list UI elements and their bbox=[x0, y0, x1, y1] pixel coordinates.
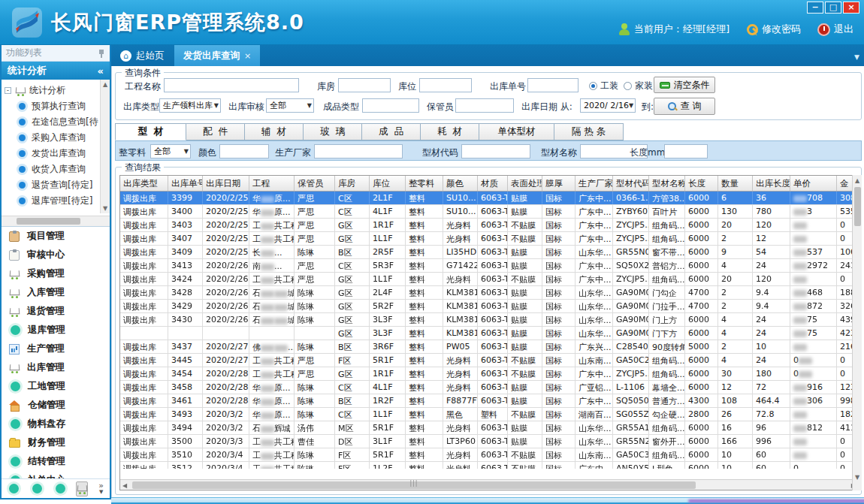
table-row[interactable]: 调拨出库34282020/2/26石城陈琳G区2L4F整料KLM38176063… bbox=[120, 286, 856, 300]
tree-vertical-scrollbar[interactable]: ▲ ▼ bbox=[100, 80, 110, 213]
location-input[interactable] bbox=[419, 78, 472, 92]
tab-close-icon[interactable]: × bbox=[244, 51, 251, 61]
sidebar-item-财务管理[interactable]: 财务管理 bbox=[2, 433, 110, 452]
sidebar-item-工地管理[interactable]: 工地管理 bbox=[2, 377, 110, 396]
column-header[interactable]: 出库单号 bbox=[168, 176, 203, 191]
column-header[interactable]: 出库类型 bbox=[120, 176, 168, 191]
column-header[interactable]: 表面处理 bbox=[508, 176, 542, 191]
tab-list-dropdown-icon[interactable]: ▼ bbox=[854, 53, 859, 61]
tree-item[interactable]: 退货查询[待定] bbox=[5, 177, 108, 193]
table-row[interactable]: 调拨出库34002020/2/25华原...严思C区4L1F整料SU10...6… bbox=[120, 205, 856, 219]
column-header[interactable]: 单价 bbox=[790, 176, 837, 191]
column-header[interactable]: 型材代码 bbox=[613, 176, 649, 191]
table-row[interactable]: 调拨出库34242020/2/26工共工程严思G区1L1F整料光身料6063-T… bbox=[120, 273, 856, 286]
grid-hscroll-thumb[interactable] bbox=[132, 481, 696, 489]
sidebar-item-物料盘存[interactable]: 物料盘存 bbox=[2, 415, 110, 433]
table-row[interactable]: 调拨出库34542020/2/28工共工程严思G区1R1F整料光身料6063-T… bbox=[120, 367, 856, 381]
minimize-button[interactable]: − bbox=[807, 2, 823, 14]
search-button[interactable]: 查 询 bbox=[654, 98, 715, 115]
table-row[interactable]: 调拨出库34582020/2/28华原...陈琳C区4L1F整料光身料6063-… bbox=[120, 381, 856, 394]
logout-button[interactable]: 退出 bbox=[817, 23, 853, 36]
table-row[interactable]: 调拨出库35002020/3/3工共工程曹佳D区3L1F整料LT3P606063… bbox=[120, 435, 856, 448]
column-header[interactable]: 颜色 bbox=[443, 176, 478, 191]
sidebar-item-退货管理[interactable]: 退货管理 bbox=[2, 302, 110, 321]
profile-code-input[interactable] bbox=[461, 144, 530, 158]
whole-piece-select[interactable]: 全部▼ bbox=[150, 144, 191, 158]
product-type-input[interactable] bbox=[362, 98, 419, 113]
tab-shipping-outbound-query[interactable]: 发货出库查询 × bbox=[174, 45, 260, 66]
circle-icon[interactable] bbox=[9, 484, 19, 493]
material-tab-3[interactable]: 辅 材 bbox=[245, 123, 304, 140]
column-header[interactable]: 库房 bbox=[335, 176, 370, 191]
column-header[interactable]: 出库长度 bbox=[753, 176, 790, 191]
radio-jiazhuang[interactable]: 家装 bbox=[624, 80, 653, 92]
section-header-stats[interactable]: 统计分析 « bbox=[2, 62, 110, 80]
collapse-icon[interactable]: « bbox=[98, 65, 104, 77]
table-row[interactable]: 调拨出库34302020/2/26石城陈琳G区3L3F整料KLM38176063… bbox=[120, 313, 856, 327]
table-row[interactable]: 调拨出库34612020/2/28华原...陈琳B区1R2F整料F8877FT6… bbox=[120, 394, 856, 408]
column-header[interactable]: 膜厚 bbox=[542, 176, 575, 191]
table-row[interactable]: 调拨出库34092020/2/25长...陈琳B区2R5F整料LI35HD606… bbox=[120, 246, 856, 259]
sidebar-item-退库管理[interactable]: 退库管理 bbox=[2, 321, 110, 340]
sidebar-item-仓储管理[interactable]: 仓储管理 bbox=[2, 396, 110, 415]
sidebar-item-生产管理[interactable]: 生产管理 bbox=[2, 340, 110, 358]
grid-horizontal-scrollbar[interactable]: ◀ ▶ bbox=[120, 479, 857, 490]
warehouse-input[interactable] bbox=[338, 78, 391, 92]
tree-item[interactable]: 收货入库查询 bbox=[5, 161, 108, 177]
column-header[interactable]: 出库日期 bbox=[203, 176, 249, 191]
material-tab-1[interactable]: 型 材 bbox=[115, 123, 186, 140]
sidebar-item-补单中心[interactable]: 补单中心 bbox=[2, 471, 110, 478]
material-tab-6[interactable]: 耗 材 bbox=[421, 123, 479, 140]
table-row[interactable]: 调拨出库34932020/3/2华原...陈琳C区1L1F整料黑色塑料不贴膜国标… bbox=[120, 408, 856, 421]
sidebar-item-采购管理[interactable]: 采购管理 bbox=[2, 264, 110, 283]
table-row[interactable]: 调拨出库35102020/3/4工共工程陈琳F区5R1F整料光身料6063-T5… bbox=[120, 448, 856, 462]
circle-icon[interactable] bbox=[56, 484, 65, 493]
outbound-type-select[interactable]: 生产领料出库▼ bbox=[159, 98, 221, 113]
sidebar-item-入库管理[interactable]: 入库管理 bbox=[2, 283, 110, 302]
color-input[interactable] bbox=[219, 144, 269, 158]
clear-conditions-button[interactable]: 清空条件 bbox=[654, 77, 715, 93]
audit-select[interactable]: 全部▼ bbox=[266, 98, 314, 113]
sidebar-overflow-chevron[interactable]: »▼ bbox=[98, 483, 104, 495]
radio-gongzhuang[interactable]: 工装 bbox=[589, 80, 618, 92]
table-row[interactable]: 调拨出库34072020/2/25工共工程严思G区1L1F整料光身料6063-T… bbox=[120, 232, 856, 246]
close-button[interactable]: × bbox=[843, 2, 859, 14]
column-header[interactable]: 长度 bbox=[685, 176, 718, 191]
tree-item[interactable]: 在途信息查询[待 bbox=[5, 114, 108, 130]
sidebar-item-结转管理[interactable]: 结转管理 bbox=[2, 452, 110, 471]
keeper-input[interactable] bbox=[455, 98, 514, 113]
table-row[interactable]: 调拨出库35122020/3/4工共工程陈琳F区1L2F整料光身料6063-T5… bbox=[120, 462, 856, 469]
table-row[interactable]: 调拨出库34292020/2/26石城陈琳G区5R2F整料KLM38176063… bbox=[120, 300, 856, 313]
column-header[interactable]: 库位 bbox=[370, 176, 406, 191]
tree-expander-icon[interactable]: - bbox=[5, 87, 11, 94]
footer-cart-button[interactable] bbox=[76, 481, 88, 496]
grid-vertical-scrollbar[interactable]: ▲ ▼ bbox=[852, 175, 862, 490]
table-row[interactable]: 调拨出库34032020/2/25工共工程严思G区1R1F整料光身料6063-T… bbox=[120, 219, 856, 232]
date-from-select[interactable]: 2020/ 2/16▼ bbox=[580, 98, 636, 113]
table-row[interactable]: 调拨出库34452020/2/27工共工程严思F区5R1F整料光身料6063-T… bbox=[120, 354, 856, 367]
sidebar-item-审核中心[interactable]: 审核中心 bbox=[2, 246, 110, 264]
table-row[interactable]: 调拨出库34942020/3/2石辉城汤伟M区5R1F整料光身料6063-T5贴… bbox=[120, 421, 856, 435]
material-tab-8[interactable]: 隔 热 条 bbox=[554, 123, 624, 140]
tab-start-page[interactable]: ⌂ 起始页 bbox=[111, 45, 174, 66]
column-header[interactable]: 保管员 bbox=[295, 176, 335, 191]
column-header[interactable]: 材质 bbox=[478, 176, 508, 191]
tree-item[interactable]: 采购入库查询 bbox=[5, 130, 108, 146]
column-header[interactable]: 型材名称 bbox=[649, 176, 685, 191]
change-password-button[interactable]: 修改密码 bbox=[746, 23, 801, 36]
tree-horizontal-scrollbar[interactable] bbox=[2, 216, 110, 226]
table-row[interactable]: 调拨出库34132020/2/26南...严思C区5R3F整料G71422606… bbox=[120, 259, 856, 273]
material-tab-4[interactable]: 玻 璃 bbox=[304, 123, 362, 140]
tree-item[interactable]: 发货出库查询 bbox=[5, 146, 108, 161]
table-row[interactable]: 调拨出库33992020/2/25华原...严思C区2L1F整料SU10...6… bbox=[120, 192, 856, 205]
tree-item[interactable]: 预算执行查询 bbox=[5, 98, 108, 114]
project-name-input[interactable] bbox=[164, 78, 299, 92]
table-row[interactable]: G区3L3F整料KLM38176063-T5贴膜国标山东华...GA90M09.… bbox=[120, 327, 856, 340]
tree-item[interactable]: 退库管理[待定] bbox=[5, 193, 108, 209]
column-header[interactable]: 金 bbox=[837, 176, 853, 191]
manufacturer-input[interactable] bbox=[314, 144, 403, 158]
column-header[interactable]: 工程 bbox=[249, 176, 295, 191]
pin-icon[interactable] bbox=[98, 49, 105, 58]
tree-root[interactable]: - 统计分析 bbox=[5, 83, 108, 98]
length-input[interactable] bbox=[664, 144, 708, 158]
